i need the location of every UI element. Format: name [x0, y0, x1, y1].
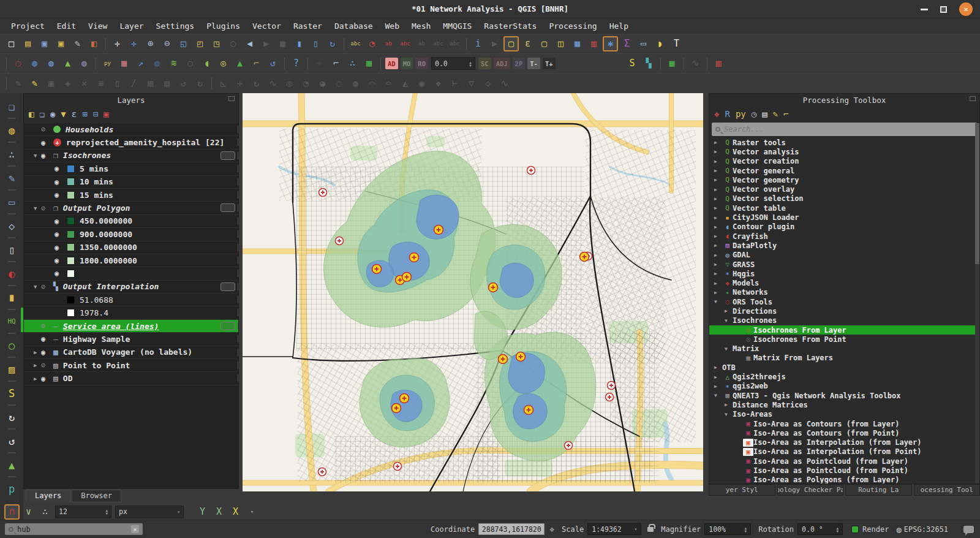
- statistics-button[interactable]: ▥: [586, 36, 601, 51]
- expand-arrow-icon[interactable]: ▼: [725, 346, 733, 352]
- expand-arrow-icon[interactable]: ▶: [714, 290, 722, 295]
- point-tool-button[interactable]: ∴: [345, 56, 360, 71]
- expand-arrow-icon[interactable]: ▶: [714, 196, 722, 202]
- toolbox-row[interactable]: ▣Iso-Area as Interpolation (from Layer): [709, 438, 975, 447]
- new-map-view-button[interactable]: ▦: [275, 36, 290, 51]
- add-part-button[interactable]: ◔: [298, 76, 314, 91]
- menu-vector[interactable]: Vector: [246, 20, 287, 32]
- simplify-feature-button[interactable]: ∿: [265, 76, 281, 91]
- pin-labels-button[interactable]: ab: [381, 36, 396, 51]
- help-contents-button[interactable]: ?: [288, 56, 304, 71]
- mouse-position-icon[interactable]: ❖: [549, 525, 554, 534]
- dock-tab[interactable]: ocessing Tool: [914, 484, 980, 496]
- fill-ring-button[interactable]: ◕: [315, 76, 330, 91]
- segment-snap-button[interactable]: ∴: [37, 504, 53, 520]
- render-checkbox[interactable]: [851, 526, 859, 533]
- move-feature-button[interactable]: ✛: [232, 76, 247, 91]
- delete-selected-button[interactable]: ▯: [110, 76, 125, 91]
- invert-selection-button[interactable]: ◫: [553, 36, 568, 51]
- text-annotation-button[interactable]: T: [669, 36, 684, 51]
- layer-row[interactable]: ◉450.0000000: [24, 215, 238, 228]
- refresh-plugin-button[interactable]: ↻: [4, 409, 20, 425]
- save-project-as-button[interactable]: ▣: [53, 36, 69, 51]
- table-sync-button[interactable]: ▦: [361, 56, 377, 71]
- toggle-editing-button[interactable]: ✎: [27, 76, 42, 91]
- toolbox-row[interactable]: ▶▽GRASS: [709, 260, 975, 269]
- expand-arrow-icon[interactable]: ▶: [714, 281, 722, 286]
- toolbox-row[interactable]: ▶QVector general: [709, 166, 975, 175]
- expand-arrow-icon[interactable]: ▶: [714, 374, 722, 380]
- toolbox-row[interactable]: ▶▨DataPlotly: [709, 241, 975, 250]
- toolbox-row[interactable]: ▼Isochrones: [709, 316, 975, 325]
- layer-row[interactable]: ▶◉▤OD: [24, 372, 238, 385]
- menu-database[interactable]: Database: [328, 20, 379, 32]
- processing-search-input[interactable]: Search...: [712, 123, 977, 136]
- expand-arrow-icon[interactable]: ▶: [714, 187, 722, 192]
- expand-arrow-icon[interactable]: ▼: [725, 412, 733, 417]
- expand-arrow-icon[interactable]: ▶: [34, 376, 41, 382]
- zoom-out-button[interactable]: ⊖: [159, 36, 175, 51]
- data-source-manager-button[interactable]: ◍: [4, 122, 20, 138]
- visibility-eye-icon[interactable]: ◉: [55, 269, 67, 278]
- toolbox-row[interactable]: ▶✶Hqgis: [709, 269, 975, 278]
- ors-tools-button[interactable]: ◌: [10, 56, 26, 71]
- ro-mode-button[interactable]: RO: [415, 58, 428, 69]
- menu-web[interactable]: Web: [379, 20, 405, 32]
- copy-features-button[interactable]: ▤: [143, 76, 158, 91]
- menu-project[interactable]: Project: [5, 20, 51, 32]
- locator-search-input[interactable]: hub ✕: [5, 523, 143, 535]
- dataplotly-button[interactable]: ▦: [116, 56, 132, 71]
- web-search-button[interactable]: ◍: [43, 56, 59, 71]
- layer-diagram-button[interactable]: ◔: [364, 36, 380, 51]
- messages-icon[interactable]: [963, 526, 974, 533]
- advanced-digitizing-button[interactable]: ◺: [216, 76, 231, 91]
- mo-mode-button[interactable]: MO: [401, 58, 413, 69]
- undo-edit-button[interactable]: ↺: [176, 76, 191, 91]
- tab-browser[interactable]: Browser: [72, 490, 121, 502]
- menu-edit[interactable]: Edit: [51, 20, 82, 32]
- delete-part-button[interactable]: ◍: [348, 76, 363, 91]
- topological-editing-button[interactable]: Y: [195, 504, 210, 520]
- dock-tab[interactable]: Routing La: [845, 484, 912, 496]
- history-icon[interactable]: ◷: [752, 110, 756, 118]
- toolbox-row[interactable]: ▼Iso-Areas: [709, 410, 975, 419]
- crs-status[interactable]: EPSG:32651: [904, 525, 948, 534]
- raster-histogram-button[interactable]: ▥: [711, 56, 726, 71]
- undo-blue-button[interactable]: ↺: [265, 56, 281, 71]
- toolbox-row[interactable]: ▣Iso-Area as Pointcloud (from Layer): [709, 457, 975, 466]
- open-project-button[interactable]: ▤: [20, 36, 36, 51]
- python-scripts-icon[interactable]: py: [736, 110, 746, 118]
- pan-to-selection-button[interactable]: ✛: [126, 36, 141, 51]
- visibility-eye-icon[interactable]: ⊘: [41, 125, 53, 134]
- topology-edit-button[interactable]: ▽: [464, 76, 479, 91]
- current-edits-button[interactable]: ✎: [10, 76, 26, 91]
- toolbox-row[interactable]: ▶❖Models: [709, 278, 975, 287]
- toolbox-row[interactable]: ▣Iso-Area as Contours (from Point): [709, 428, 975, 438]
- azimuth-tool-button[interactable]: ⌐: [328, 56, 344, 71]
- sc-mode-button[interactable]: SC: [478, 58, 491, 69]
- expand-arrow-icon[interactable]: ▼: [34, 284, 41, 290]
- leaf-tool-button[interactable]: ◖: [199, 56, 214, 71]
- layer-row[interactable]: ▼◉❐Isochrones: [24, 150, 238, 162]
- expand-arrow-icon[interactable]: ▼: [34, 153, 41, 159]
- phl-flag-plugin-button[interactable]: ◐: [4, 265, 20, 282]
- 2p-mode-button[interactable]: 2P: [513, 58, 526, 69]
- expand-arrow-icon[interactable]: ▶: [725, 308, 733, 314]
- identify-features-button[interactable]: i: [470, 36, 486, 51]
- database-plugin-button[interactable]: ▯: [4, 241, 20, 258]
- python-console-button[interactable]: py: [100, 56, 115, 71]
- undock-icon[interactable]: [228, 96, 235, 101]
- select-expression-button[interactable]: ε: [520, 36, 535, 51]
- visibility-eye-icon[interactable]: ⊘: [41, 322, 53, 330]
- crs-globe-icon[interactable]: ◍: [896, 525, 901, 534]
- toolbox-row[interactable]: ▼▩QNEAT3 - Qgis Network Analysis Toolbox: [709, 391, 975, 400]
- toolbox-row[interactable]: ▶QVector overlay: [709, 184, 975, 194]
- toolbox-row[interactable]: ▶△Qgis2threejs: [709, 372, 975, 381]
- dock-tab[interactable]: yer Styl: [709, 484, 775, 496]
- collapse-all-icon[interactable]: ⊟: [93, 110, 98, 118]
- expand-arrow-icon[interactable]: ▶: [34, 362, 41, 368]
- expand-arrow-icon[interactable]: ▶: [34, 349, 41, 355]
- close-button[interactable]: ✕: [959, 2, 973, 16]
- layer-row[interactable]: ◉10 mins: [24, 176, 238, 189]
- expand-arrow-icon[interactable]: ▶: [714, 384, 722, 389]
